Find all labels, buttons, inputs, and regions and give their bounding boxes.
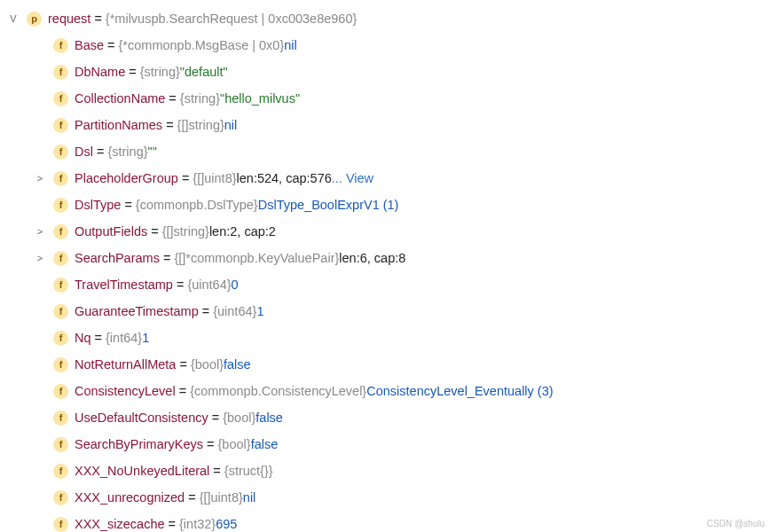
field-value: false bbox=[224, 358, 251, 372]
field-badge-icon: f bbox=[53, 490, 68, 505]
field-type: {[]*commonpb.KeyValuePair} bbox=[174, 252, 339, 265]
equals: = bbox=[124, 199, 131, 212]
tree-row-CollectionName[interactable]: fCollectionName={string} "hello_milvus" bbox=[0, 85, 770, 112]
field-badge-icon: f bbox=[53, 384, 68, 399]
equals: = bbox=[107, 39, 114, 52]
field-type: {*commonpb.MsgBase | 0x0} bbox=[119, 39, 285, 52]
field-value: "default" bbox=[180, 66, 228, 79]
field-type: {commonpb.DslType} bbox=[136, 199, 258, 212]
field-type: {int64} bbox=[106, 332, 142, 345]
field-value: nil bbox=[224, 119, 238, 132]
field-badge-icon: f bbox=[53, 91, 68, 106]
tree-row-SearchByPrimaryKeys[interactable]: fSearchByPrimaryKeys={bool} false bbox=[0, 431, 770, 458]
field-value: false bbox=[255, 411, 283, 425]
field-name: Base bbox=[75, 39, 104, 52]
tree-row-SearchParams[interactable]: >fSearchParams={[]*commonpb.KeyValuePair… bbox=[0, 245, 770, 271]
view-link[interactable]: ... View bbox=[332, 172, 373, 185]
field-badge-icon: f bbox=[53, 464, 68, 479]
field-name: ConsistencyLevel bbox=[75, 385, 176, 398]
field-badge-icon: f bbox=[53, 331, 68, 346]
tree-row-XXX_sizecache[interactable]: fXXX_sizecache={int32} 695 bbox=[0, 511, 770, 532]
equals: = bbox=[169, 92, 176, 106]
field-badge-icon: f bbox=[53, 118, 68, 133]
field-value: "hello_milvus" bbox=[220, 92, 300, 106]
tree-row-Nq[interactable]: fNq={int64} 1 bbox=[0, 325, 770, 351]
field-badge-icon: f bbox=[53, 437, 68, 452]
field-value: "" bbox=[148, 145, 157, 159]
equals: = bbox=[177, 278, 184, 292]
field-value: len:524, cap:576 bbox=[237, 172, 332, 185]
field-type: {uint64} bbox=[187, 278, 231, 292]
equals: = bbox=[179, 358, 186, 372]
field-badge-icon: f bbox=[53, 251, 68, 266]
field-name: GuaranteeTimestamp bbox=[75, 305, 199, 318]
chevron-right-icon[interactable]: > bbox=[37, 254, 43, 263]
tree-row-OutputFields[interactable]: >fOutputFields={[]string} len:2, cap:2 bbox=[0, 218, 770, 245]
equals: = bbox=[188, 491, 195, 505]
field-badge-icon: f bbox=[53, 517, 68, 532]
field-badge-icon: f bbox=[53, 224, 68, 239]
equals: = bbox=[179, 385, 186, 398]
tree-row-PlaceholderGroup[interactable]: >fPlaceholderGroup={[]uint8} len:524, ca… bbox=[0, 165, 770, 192]
tree-row-Base[interactable]: fBase={*commonpb.MsgBase | 0x0} nil bbox=[0, 32, 770, 59]
equals: = bbox=[212, 411, 219, 425]
field-badge-icon: f bbox=[53, 357, 68, 372]
field-value: nil bbox=[243, 491, 256, 505]
field-name: Nq bbox=[75, 332, 91, 345]
field-type: {[]uint8} bbox=[192, 172, 236, 185]
var-type: {*milvuspb.SearchRequest | 0xc003e8e960} bbox=[106, 12, 358, 26]
field-badge-icon: f bbox=[53, 304, 68, 319]
equals: = bbox=[166, 119, 173, 132]
field-value: nil bbox=[284, 39, 297, 52]
field-name: PartitionNames bbox=[75, 119, 162, 132]
tree-row-TravelTimestamp[interactable]: fTravelTimestamp={uint64} 0 bbox=[0, 271, 770, 298]
equals: = bbox=[213, 465, 220, 478]
field-name: TravelTimestamp bbox=[75, 278, 173, 292]
tree-row-Dsl[interactable]: fDsl={string} "" bbox=[0, 138, 770, 165]
field-type: {int32} bbox=[179, 518, 216, 531]
field-type: {struct{}} bbox=[224, 465, 273, 478]
chevron-right-icon[interactable]: > bbox=[37, 174, 43, 184]
chevron-right-icon[interactable]: > bbox=[37, 227, 43, 237]
field-value: 1 bbox=[142, 332, 149, 345]
equals: = bbox=[182, 172, 189, 185]
equals: = bbox=[94, 12, 101, 26]
field-name: DslType bbox=[75, 199, 121, 212]
field-name: SearchParams bbox=[75, 252, 160, 265]
field-value: false bbox=[251, 438, 279, 451]
param-badge-icon: p bbox=[27, 12, 42, 27]
field-name: OutputFields bbox=[75, 225, 147, 239]
field-value: ConsistencyLevel_Eventually (3) bbox=[366, 385, 553, 398]
tree-row-XXX_unrecognized[interactable]: fXXX_unrecognized={[]uint8} nil bbox=[0, 484, 770, 511]
tree-row-root[interactable]: V p request = {*milvuspb.SearchRequest |… bbox=[0, 5, 770, 32]
field-type: {[]uint8} bbox=[200, 491, 243, 505]
field-type: {[]string} bbox=[162, 225, 209, 239]
equals: = bbox=[129, 66, 136, 79]
field-value: 1 bbox=[256, 305, 263, 318]
equals: = bbox=[207, 438, 214, 451]
field-value: DslType_BoolExprV1 (1) bbox=[258, 199, 399, 212]
field-name: PlaceholderGroup bbox=[75, 172, 178, 185]
field-value: 0 bbox=[232, 278, 239, 292]
tree-row-ConsistencyLevel[interactable]: fConsistencyLevel={commonpb.ConsistencyL… bbox=[0, 378, 770, 404]
tree-row-XXX_NoUnkeyedLiteral[interactable]: fXXX_NoUnkeyedLiteral={struct{}} bbox=[0, 458, 770, 484]
field-name: Dsl bbox=[75, 145, 93, 159]
equals: = bbox=[97, 145, 104, 159]
field-value: len:6, cap:8 bbox=[339, 252, 405, 265]
tree-row-PartitionNames[interactable]: fPartitionNames={[]string} nil bbox=[0, 112, 770, 138]
tree-row-NotReturnAllMeta[interactable]: fNotReturnAllMeta={bool} false bbox=[0, 351, 770, 378]
tree-row-DslType[interactable]: fDslType={commonpb.DslType} DslType_Bool… bbox=[0, 192, 770, 218]
field-name: CollectionName bbox=[75, 92, 165, 106]
equals: = bbox=[151, 225, 158, 239]
field-badge-icon: f bbox=[53, 171, 68, 186]
tree-row-GuaranteeTimestamp[interactable]: fGuaranteeTimestamp={uint64} 1 bbox=[0, 298, 770, 325]
var-name: request bbox=[48, 12, 90, 26]
field-value: len:2, cap:2 bbox=[209, 225, 276, 239]
tree-row-DbName[interactable]: fDbName={string} "default" bbox=[0, 59, 770, 85]
field-name: NotReturnAllMeta bbox=[75, 358, 176, 372]
field-badge-icon: f bbox=[53, 411, 68, 426]
tree-row-UseDefaultConsistency[interactable]: fUseDefaultConsistency={bool} false bbox=[0, 404, 770, 431]
watermark: CSDN @shulu bbox=[707, 520, 765, 528]
equals: = bbox=[95, 332, 102, 345]
chevron-down-icon[interactable]: V bbox=[10, 14, 16, 24]
